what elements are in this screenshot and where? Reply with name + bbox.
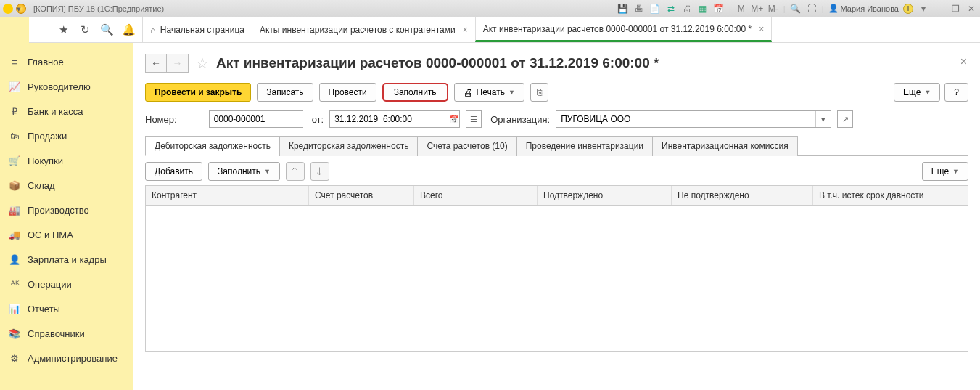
print-icon[interactable]: 🖶: [633, 3, 645, 15]
user-label[interactable]: 👤 Мария Иванова: [828, 4, 899, 13]
document-icon[interactable]: 📄: [649, 3, 661, 15]
restore-icon[interactable]: ❐: [950, 3, 961, 15]
sidebar-item[interactable]: 📦Склад: [0, 173, 133, 198]
org-input[interactable]: [556, 111, 815, 127]
date-input[interactable]: [330, 111, 448, 127]
print-label: Печать: [477, 87, 505, 97]
history-icon[interactable]: ↻: [74, 19, 96, 41]
sidebar-icon: 🛒: [9, 155, 20, 166]
close-document-icon[interactable]: ×: [960, 55, 967, 68]
nav-back-button[interactable]: ←: [145, 54, 167, 73]
sidebar-item[interactable]: ≡Главное: [0, 49, 133, 74]
sidebar-item[interactable]: 📊Отчеты: [0, 296, 133, 321]
org-input-wrap: ▾: [556, 110, 831, 128]
compare-icon[interactable]: ⇄: [665, 3, 677, 15]
apps-icon[interactable]: [30, 19, 52, 41]
sidebar-item[interactable]: 🛒Покупки: [0, 148, 133, 173]
doc-tab[interactable]: Инвентаризационная комиссия: [652, 136, 798, 156]
sidebar-icon: 📊: [9, 303, 20, 314]
favorite-star-icon[interactable]: ☆: [196, 54, 209, 72]
post-button[interactable]: Провести: [319, 83, 376, 102]
date-label: от:: [312, 114, 324, 125]
open-org-icon[interactable]: ↗: [837, 110, 853, 128]
info-icon[interactable]: i: [903, 4, 913, 14]
more-button[interactable]: Еще▼: [894, 83, 940, 102]
m-plus-button[interactable]: M+: [752, 3, 763, 15]
column-header[interactable]: Не подтверждено: [672, 186, 813, 205]
sidebar-item[interactable]: 📈Руководителю: [0, 74, 133, 99]
sidebar-label: Главное: [28, 57, 64, 68]
printer-icon: 🖨: [464, 87, 473, 98]
printer2-icon[interactable]: 🖨: [681, 3, 693, 15]
app-dropdown-icon[interactable]: ▾: [16, 4, 26, 14]
m-minus-button[interactable]: M-: [767, 3, 779, 15]
close-window-icon[interactable]: ✕: [965, 3, 977, 15]
sidebar-item[interactable]: ₽Банк и касса: [0, 99, 133, 123]
calendar-picker-icon[interactable]: 📅: [448, 111, 459, 127]
sidebar-item[interactable]: 🏭Производство: [0, 198, 133, 222]
sidebar-label: Отчеты: [28, 304, 60, 314]
sidebar-label: Администрирование: [28, 353, 118, 364]
column-header[interactable]: Всего: [414, 186, 538, 205]
dropdown-icon[interactable]: ▾: [815, 111, 831, 127]
column-header[interactable]: Счет расчетов: [309, 186, 414, 205]
doc-tab[interactable]: Кредиторская задолженность: [279, 136, 418, 156]
sidebar-label: Покупки: [28, 155, 63, 166]
sidebar-item[interactable]: 👤Зарплата и кадры: [0, 247, 133, 272]
sidebar-label: Производство: [28, 205, 89, 216]
user-name: Мария Иванова: [841, 4, 899, 13]
window-title: [КОПИЯ] ПБУ 18 (1С:Предприятие): [33, 4, 164, 13]
doc-tab[interactable]: Проведение инвентаризации: [516, 136, 653, 156]
data-grid: КонтрагентСчет расчетовВсегоПодтверждено…: [145, 185, 968, 352]
calc-icon[interactable]: ▦: [697, 3, 709, 15]
table-more-button[interactable]: Еще▼: [922, 162, 968, 181]
post-and-close-button[interactable]: Провести и закрыть: [145, 83, 251, 102]
number-input[interactable]: [210, 111, 327, 127]
zoom-icon[interactable]: 🔍: [790, 3, 802, 15]
print-button[interactable]: 🖨Печать▼: [454, 83, 524, 102]
column-header[interactable]: В т.ч. истек срок давности: [813, 186, 958, 205]
move-up-button[interactable]: 🡑: [286, 162, 305, 181]
sidebar-label: Справочники: [28, 328, 85, 339]
structure-button[interactable]: ⎘: [530, 83, 548, 102]
sidebar-item[interactable]: 📚Справочники: [0, 321, 133, 346]
sidebar-icon: ₽: [9, 105, 20, 117]
doc-tab[interactable]: Дебиторская задолженность: [145, 136, 280, 156]
sidebar-item[interactable]: 🚚ОС и НМА: [0, 222, 133, 247]
action-bar: Провести и закрыть Записать Провести Зап…: [145, 83, 968, 102]
sidebar-item[interactable]: ⚙Администрирование: [0, 346, 133, 370]
star-icon[interactable]: ★: [52, 19, 74, 41]
sidebar-label: ОС и НМА: [28, 229, 73, 240]
list-picker-icon[interactable]: ☰: [466, 110, 482, 128]
column-header[interactable]: Контрагент: [146, 186, 309, 205]
chevron-down-icon: ▼: [952, 168, 959, 175]
minimize-icon[interactable]: —: [934, 3, 945, 15]
sidebar-icon: ≡: [9, 56, 20, 68]
m-button[interactable]: M: [736, 3, 747, 15]
fill-button[interactable]: Заполнить: [382, 83, 448, 102]
sidebar-icon: ᴬᴷ: [9, 278, 20, 290]
move-down-button[interactable]: 🡓: [310, 162, 329, 181]
doc-tab[interactable]: Счета расчетов (10): [417, 136, 516, 156]
sidebar-label: Операции: [28, 279, 72, 290]
fullscreen-icon[interactable]: ⛶: [806, 3, 818, 15]
fill-table-button[interactable]: Заполнить▼: [208, 162, 280, 181]
sidebar-label: Банк и касса: [28, 106, 83, 117]
help-button[interactable]: ?: [944, 83, 968, 102]
grid-header: КонтрагентСчет расчетовВсегоПодтверждено…: [146, 186, 968, 206]
sidebar-item[interactable]: 🛍Продажи: [0, 123, 133, 148]
nav-forward-button[interactable]: →: [167, 54, 189, 73]
table-more-label: Еще: [931, 166, 949, 176]
calendar-icon[interactable]: 📅: [713, 3, 725, 15]
add-row-button[interactable]: Добавить: [145, 162, 202, 181]
save-icon[interactable]: 💾: [617, 3, 629, 15]
save-button[interactable]: Записать: [257, 83, 313, 102]
window-titlebar: ▾ [КОПИЯ] ПБУ 18 (1С:Предприятие) 💾 🖶 📄 …: [0, 0, 980, 17]
dropdown-icon[interactable]: ▾: [918, 3, 929, 15]
column-header[interactable]: Подтверждено: [538, 186, 672, 205]
sidebar-icon: 📦: [9, 179, 20, 191]
grid-body[interactable]: [146, 206, 968, 351]
search-icon[interactable]: 🔍: [96, 19, 118, 41]
sidebar-item[interactable]: ᴬᴷОперации: [0, 272, 133, 296]
content-area: × ← → ☆ Акт инвентаризации расчетов 0000…: [133, 17, 980, 390]
